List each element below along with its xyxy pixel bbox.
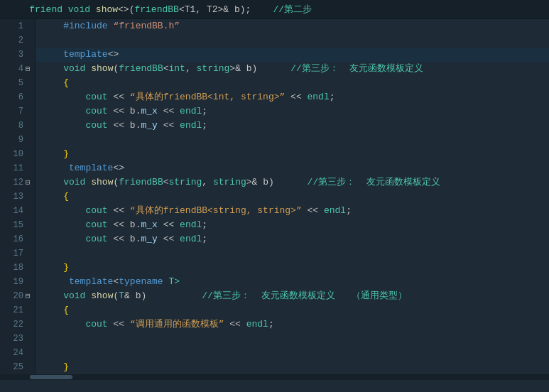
table-row: 12⊟ void show(friendBB<string, string>& …	[0, 175, 549, 190]
line-content: cout << b.m_y << endl;	[36, 119, 549, 133]
table-row: 23	[0, 332, 549, 346]
table-row: 4⊟ void show(friendBB<int, string>& b) /…	[0, 62, 549, 76]
line-number: 22	[8, 317, 23, 332]
line-number: 12	[8, 175, 23, 190]
line-number: 8	[8, 119, 23, 133]
line-content: }	[36, 147, 549, 161]
line-content: #include “friendBB.h”	[36, 19, 549, 33]
table-row: 5 {	[0, 76, 549, 90]
code-area: 1 #include “friendBB.h”2 3 template<>4⊟ …	[0, 19, 549, 374]
fold-icon[interactable]: ⊟	[23, 62, 32, 76]
table-row: 11 template<>	[0, 161, 549, 175]
line-gutter: 15	[0, 218, 36, 232]
line-content: cout << “具体的friendBB<string, string>” <<…	[36, 204, 549, 218]
line-content: {	[36, 76, 549, 90]
line-number: 18	[8, 261, 23, 275]
line-content: {	[36, 303, 549, 317]
header-text: friend void	[7, 4, 96, 15]
line-content	[36, 33, 549, 48]
line-content	[36, 133, 549, 147]
table-row: 8 cout << b.m_y << endl;	[0, 119, 549, 133]
line-content	[36, 332, 549, 346]
line-content: template<typename T>	[36, 275, 549, 289]
table-row: 10 }	[0, 147, 549, 161]
line-gutter: 3	[0, 48, 36, 62]
line-number: 9	[8, 133, 23, 147]
line-content	[36, 246, 549, 261]
line-number: 14	[8, 204, 23, 218]
line-number: 24	[8, 346, 23, 360]
line-gutter: 4⊟	[0, 62, 36, 76]
table-row: 13 {	[0, 190, 549, 204]
table-row: 17	[0, 246, 549, 261]
line-content: cout << b.m_x << endl;	[36, 104, 549, 119]
line-content: }	[36, 360, 549, 374]
table-row: 7 cout << b.m_x << endl;	[0, 104, 549, 119]
line-number: 16	[8, 232, 23, 246]
line-content: cout << “调用通用的函数模板” << endl;	[36, 317, 549, 332]
line-number: 15	[8, 218, 23, 232]
line-number: 7	[8, 104, 23, 119]
line-gutter: 11	[0, 161, 36, 175]
line-gutter: 1	[0, 19, 36, 33]
table-row: 19 template<typename T>	[0, 275, 549, 289]
line-number: 1	[8, 19, 23, 33]
table-row: 15 cout << b.m_x << endl;	[0, 218, 549, 232]
horizontal-scrollbar[interactable]	[0, 374, 549, 380]
line-number: 21	[8, 303, 23, 317]
line-gutter: 14	[0, 204, 36, 218]
line-gutter: 6	[0, 90, 36, 104]
line-gutter: 10	[0, 147, 36, 161]
line-number: 23	[8, 332, 23, 346]
line-number: 6	[8, 90, 23, 104]
table-row: 20⊟ void show(T& b) //第三步： 友元函数模板定义 （通用类…	[0, 289, 549, 303]
scrollbar-thumb[interactable]	[30, 375, 72, 379]
line-gutter: 21	[0, 303, 36, 317]
line-gutter: 20⊟	[0, 289, 36, 303]
line-content: void show(T& b) //第三步： 友元函数模板定义 （通用类型）	[36, 289, 549, 303]
fold-icon[interactable]: ⊟	[23, 175, 32, 190]
table-row: 3 template<>	[0, 48, 549, 62]
header-line: friend void show<>(friendBB<T1, T2>& b);…	[0, 0, 549, 19]
table-row: 25 }	[0, 360, 549, 374]
line-gutter: 5	[0, 76, 36, 90]
line-number: 19	[8, 275, 23, 289]
line-gutter: 9	[0, 133, 36, 147]
table-row: 21 {	[0, 303, 549, 317]
line-number: 2	[8, 33, 23, 48]
line-content: }	[36, 261, 549, 275]
table-row: 2	[0, 33, 549, 48]
line-content: void show(friendBB<string, string>& b) /…	[36, 175, 549, 190]
line-number: 3	[8, 48, 23, 62]
line-gutter: 13	[0, 190, 36, 204]
table-row: 9	[0, 133, 549, 147]
line-number: 17	[8, 246, 23, 261]
line-number: 5	[8, 76, 23, 90]
line-gutter: 2	[0, 33, 36, 48]
table-row: 18 }	[0, 261, 549, 275]
line-gutter: 12⊟	[0, 175, 36, 190]
line-gutter: 19	[0, 275, 36, 289]
line-gutter: 18	[0, 261, 36, 275]
line-number: 10	[8, 147, 23, 161]
table-row: 16 cout << b.m_y << endl;	[0, 232, 549, 246]
fold-icon[interactable]: ⊟	[23, 289, 32, 303]
table-row: 24	[0, 346, 549, 360]
line-gutter: 16	[0, 232, 36, 246]
line-number: 13	[8, 190, 23, 204]
line-content: cout << b.m_x << endl;	[36, 218, 549, 232]
line-gutter: 23	[0, 332, 36, 346]
line-gutter: 8	[0, 119, 36, 133]
table-row: 6 cout << “具体的friendBB<int, string>” << …	[0, 90, 549, 104]
line-gutter: 24	[0, 346, 36, 360]
line-gutter: 25	[0, 360, 36, 374]
line-content: {	[36, 190, 549, 204]
line-content: template<>	[36, 48, 549, 62]
line-gutter: 17	[0, 246, 36, 261]
line-gutter: 7	[0, 104, 36, 119]
table-row: 14 cout << “具体的friendBB<string, string>”…	[0, 204, 549, 218]
line-gutter: 22	[0, 317, 36, 332]
line-number: 11	[8, 161, 23, 175]
table-row: 1 #include “friendBB.h”	[0, 19, 549, 33]
line-number: 25	[8, 360, 23, 374]
